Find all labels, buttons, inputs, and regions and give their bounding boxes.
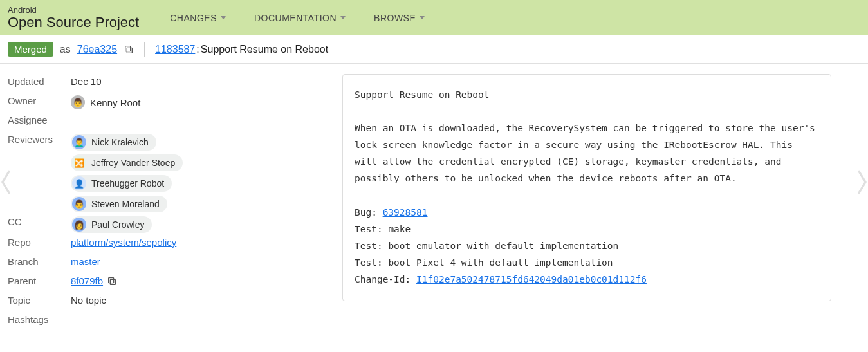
- meta-label: Owner: [8, 95, 71, 106]
- commit-changeid-link[interactable]: I1f02e7a502478715fd642049da01eb0c01d112f…: [416, 274, 647, 284]
- meta-label: Branch: [8, 256, 71, 267]
- meta-row-parent: Parent 8f079fb: [8, 273, 323, 293]
- divider: [144, 42, 145, 57]
- reviewer-chip[interactable]: 👨‍🦱 Nick Kralevich: [71, 134, 156, 151]
- meta-value-topic: No topic: [71, 295, 323, 306]
- commit-body: When an OTA is downloaded, the RecoveryS…: [355, 123, 821, 183]
- reviewer-chip[interactable]: 👨 Steven Moreland: [71, 196, 167, 212]
- nav: CHANGES DOCUMENTATION BROWSE: [170, 13, 425, 23]
- change-number-link[interactable]: 1183587: [155, 44, 195, 55]
- parent-link[interactable]: 8f079fb: [71, 275, 103, 286]
- reviewer-name: Treehugger Robot: [91, 178, 164, 189]
- chevron-down-icon: [221, 16, 226, 19]
- meta-label: Reviewers: [8, 134, 71, 145]
- meta-row-topic: Topic No topic: [8, 293, 323, 312]
- meta-row-cc: CC 👩 Paul Crowley: [8, 214, 323, 235]
- commit-test-line: Test: make: [355, 224, 411, 234]
- nav-browse[interactable]: BROWSE: [374, 13, 425, 23]
- cc-chip[interactable]: 👩 Paul Crowley: [71, 216, 152, 233]
- avatar: 👨‍🦱: [72, 135, 86, 149]
- meta-label: Parent: [8, 275, 71, 286]
- meta-panel: Updated Dec 10 Owner 👨 Kenny Root Assign…: [8, 74, 323, 331]
- subheader: Merged as 76ea325 1183587 : Support Resu…: [0, 35, 868, 64]
- meta-row-updated: Updated Dec 10: [8, 74, 323, 93]
- avatar: 🔀: [72, 156, 86, 170]
- cc-name: Paul Crowley: [91, 219, 144, 230]
- avatar: 👨: [71, 95, 85, 109]
- commit-changeid-label: Change-Id:: [355, 274, 416, 284]
- owner-chip[interactable]: 👨 Kenny Root: [71, 95, 140, 109]
- commit-message-box: Support Resume on Reboot When an OTA is …: [342, 74, 831, 301]
- nav-label: BROWSE: [374, 13, 416, 23]
- avatar: 👩: [72, 218, 86, 232]
- change-title: Support Resume on Reboot: [201, 44, 328, 55]
- copy-icon[interactable]: [107, 276, 117, 286]
- repo-link[interactable]: platform/system/sepolicy: [71, 237, 176, 248]
- svg-rect-1: [125, 46, 131, 51]
- header: Android Open Source Project CHANGES DOCU…: [0, 0, 868, 35]
- status-badge: Merged: [8, 42, 53, 57]
- reviewer-name: Nick Kralevich: [91, 137, 149, 147]
- reviewer-chip[interactable]: 👤 Treehugger Robot: [71, 175, 172, 192]
- prev-change-button[interactable]: [0, 167, 15, 198]
- meta-row-owner: Owner 👨 Kenny Root: [8, 93, 323, 113]
- branch-link[interactable]: master: [71, 256, 100, 267]
- commit-bug-label: Bug:: [355, 207, 383, 218]
- meta-row-repo: Repo platform/system/sepolicy: [8, 235, 323, 254]
- title-sep: :: [196, 44, 199, 55]
- nav-documentation[interactable]: DOCUMENTATION: [254, 13, 346, 23]
- owner-name: Kenny Root: [90, 97, 140, 108]
- meta-row-hashtags: Hashtags: [8, 312, 323, 331]
- brand-top: Android: [8, 6, 139, 15]
- avatar: 👨: [72, 197, 86, 211]
- nav-changes[interactable]: CHANGES: [170, 13, 226, 23]
- nav-label: CHANGES: [170, 13, 217, 23]
- meta-row-assignee: Assignee: [8, 113, 323, 132]
- meta-label: Repo: [8, 237, 71, 248]
- meta-row-reviewers: Reviewers 👨‍🦱 Nick Kralevich 🔀 Jeffrey V…: [8, 132, 323, 214]
- reviewer-chip[interactable]: 🔀 Jeffrey Vander Stoep: [71, 154, 183, 171]
- brand[interactable]: Android Open Source Project: [8, 6, 139, 30]
- meta-row-branch: Branch master: [8, 254, 323, 273]
- commit-bug-link[interactable]: 63928581: [383, 207, 428, 218]
- chevron-down-icon: [420, 16, 425, 19]
- copy-icon[interactable]: [124, 44, 134, 55]
- brand-bottom: Open Source Project: [8, 15, 139, 30]
- commit-short-link[interactable]: 76ea325: [77, 44, 117, 55]
- nav-label: DOCUMENTATION: [254, 13, 337, 23]
- commit-title: Support Resume on Reboot: [355, 89, 490, 100]
- commit-test-line: Test: boot emulator with default impleme…: [355, 241, 618, 251]
- reviewer-name: Jeffrey Vander Stoep: [91, 158, 175, 168]
- meta-label: Assignee: [8, 115, 71, 125]
- meta-label: CC: [8, 216, 71, 227]
- svg-rect-0: [127, 48, 132, 53]
- meta-label: Hashtags: [8, 314, 71, 325]
- meta-label: Updated: [8, 76, 71, 87]
- svg-rect-2: [110, 279, 115, 284]
- commit-test-line: Test: boot Pixel 4 with default implemen…: [355, 257, 613, 268]
- as-word: as: [60, 44, 71, 55]
- avatar: 👤: [72, 176, 86, 190]
- content: Updated Dec 10 Owner 👨 Kenny Root Assign…: [0, 64, 868, 351]
- svg-rect-3: [109, 277, 114, 283]
- chevron-down-icon: [340, 16, 346, 19]
- meta-value-updated: Dec 10: [71, 76, 323, 87]
- reviewer-name: Steven Moreland: [91, 199, 160, 209]
- next-change-button[interactable]: [853, 167, 868, 198]
- reviewers-list: 👨‍🦱 Nick Kralevich 🔀 Jeffrey Vander Stoe…: [71, 134, 323, 212]
- meta-label: Topic: [8, 295, 71, 306]
